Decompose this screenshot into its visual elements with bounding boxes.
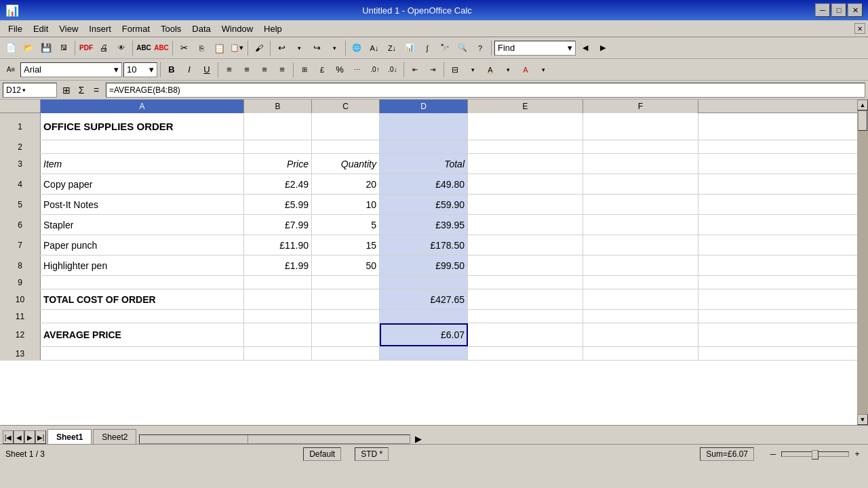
merge-button[interactable]: ⊞ bbox=[296, 62, 313, 78]
redo-button[interactable]: ↪ bbox=[309, 40, 325, 56]
menu-data[interactable]: Data bbox=[186, 20, 216, 37]
vertical-scrollbar[interactable]: ▲ ▼ bbox=[857, 100, 868, 425]
col-header-c[interactable]: C bbox=[312, 100, 380, 113]
cell-reference-box[interactable]: D12 ▾ bbox=[3, 83, 57, 98]
format-number-button[interactable]: ⋯ bbox=[349, 62, 366, 78]
undo-button[interactable]: ↩ bbox=[273, 40, 290, 56]
cell-b10[interactable] bbox=[244, 289, 312, 309]
cell-c4[interactable]: 20 bbox=[312, 174, 380, 194]
cell-d2[interactable] bbox=[380, 140, 468, 153]
cell-c13[interactable] bbox=[312, 347, 380, 360]
font-color-button[interactable]: A bbox=[517, 62, 534, 78]
cell-f11[interactable] bbox=[583, 310, 698, 323]
row-num-13[interactable]: 13 bbox=[0, 347, 41, 360]
close-button[interactable]: ✕ bbox=[848, 3, 863, 17]
row-num-4[interactable]: 4 bbox=[0, 174, 41, 194]
formula-input[interactable]: =AVERAGE(B4:B8) bbox=[106, 83, 865, 98]
cut-button[interactable]: ✂ bbox=[176, 40, 192, 56]
cell-b12[interactable] bbox=[244, 323, 312, 346]
cell-a7[interactable]: Paper punch bbox=[41, 235, 244, 255]
cell-e7[interactable] bbox=[468, 235, 583, 255]
cell-f10[interactable] bbox=[583, 289, 698, 309]
styles-icon[interactable]: A≡ bbox=[3, 62, 19, 78]
sort-asc-button[interactable]: A↓ bbox=[366, 40, 382, 56]
cell-e2[interactable] bbox=[468, 140, 583, 153]
indent-less-button[interactable]: ⇤ bbox=[407, 62, 423, 78]
cell-b4[interactable]: £2.49 bbox=[244, 174, 312, 194]
autocorrect-button[interactable]: ABC bbox=[153, 40, 170, 56]
menu-window[interactable]: Window bbox=[216, 20, 258, 37]
cell-d10[interactable]: £427.65 bbox=[380, 289, 468, 309]
bold-button[interactable]: B bbox=[163, 62, 180, 78]
redo-list-button[interactable]: ▾ bbox=[326, 40, 342, 56]
row-num-7[interactable]: 7 bbox=[0, 235, 41, 255]
cell-a11[interactable] bbox=[41, 310, 244, 323]
menu-view[interactable]: View bbox=[54, 20, 83, 37]
undo-list-button[interactable]: ▾ bbox=[291, 40, 307, 56]
cell-d13[interactable] bbox=[380, 347, 468, 360]
cell-b8[interactable]: £1.99 bbox=[244, 256, 312, 275]
col-header-d[interactable]: D bbox=[380, 100, 468, 113]
cell-a3[interactable]: Item bbox=[41, 154, 244, 174]
cell-b13[interactable] bbox=[244, 347, 312, 360]
cell-d9[interactable] bbox=[380, 276, 468, 289]
save-button[interactable]: 💾 bbox=[38, 40, 54, 56]
cell-f3[interactable] bbox=[583, 154, 698, 174]
cell-c11[interactable] bbox=[312, 310, 380, 323]
cell-c10[interactable] bbox=[312, 289, 380, 309]
font-color-dropdown[interactable]: ▾ bbox=[535, 62, 551, 78]
cell-d11[interactable] bbox=[380, 310, 468, 323]
borders-button[interactable]: ⊟ bbox=[447, 62, 463, 78]
cell-a12[interactable]: AVERAGE PRICE bbox=[41, 323, 244, 346]
cell-e6[interactable] bbox=[468, 215, 583, 235]
preview-button[interactable]: 👁 bbox=[113, 40, 130, 56]
underline-button[interactable]: U bbox=[199, 62, 215, 78]
cell-a6[interactable]: Stapler bbox=[41, 215, 244, 235]
align-left-button[interactable]: ≡ bbox=[221, 62, 237, 78]
menu-format[interactable]: Format bbox=[117, 20, 155, 37]
find-prev-button[interactable]: ◀ bbox=[577, 40, 593, 56]
row-num-9[interactable]: 9 bbox=[0, 276, 41, 289]
cell-c5[interactable]: 10 bbox=[312, 195, 380, 214]
paint-format-button[interactable]: 🖌 bbox=[251, 40, 267, 56]
cell-b11[interactable] bbox=[244, 310, 312, 323]
tab-next-button[interactable]: ▶ bbox=[24, 430, 35, 444]
cell-a8[interactable]: Highlighter pen bbox=[41, 256, 244, 275]
cell-b2[interactable] bbox=[244, 140, 312, 153]
menu-insert[interactable]: Insert bbox=[83, 20, 117, 37]
open-button[interactable]: 📂 bbox=[20, 40, 37, 56]
cell-d4[interactable]: £49.80 bbox=[380, 174, 468, 194]
formula-button[interactable]: ∫ bbox=[419, 40, 435, 56]
copy-button[interactable]: ⎘ bbox=[193, 40, 210, 56]
print-button[interactable]: 🖨 bbox=[96, 40, 112, 56]
zoom-out-button[interactable]: ─ bbox=[768, 449, 778, 460]
col-header-f[interactable]: F bbox=[583, 100, 698, 113]
cell-e3[interactable] bbox=[468, 154, 583, 174]
maximize-button[interactable]: □ bbox=[831, 3, 846, 17]
cell-c1[interactable] bbox=[312, 113, 380, 140]
cell-e13[interactable] bbox=[468, 347, 583, 360]
zoom-thumb[interactable] bbox=[812, 450, 818, 460]
cell-d6[interactable]: £39.95 bbox=[380, 215, 468, 235]
zoom-button[interactable]: 🔍 bbox=[454, 40, 471, 56]
row-num-3[interactable]: 3 bbox=[0, 154, 41, 174]
cell-b1[interactable] bbox=[244, 113, 312, 140]
currency-button[interactable]: £ bbox=[314, 62, 330, 78]
indent-more-button[interactable]: ⇥ bbox=[425, 62, 441, 78]
col-header-b[interactable]: B bbox=[244, 100, 312, 113]
find-combo[interactable]: Find ▾ bbox=[494, 41, 576, 56]
cell-a4[interactable]: Copy paper bbox=[41, 174, 244, 194]
cell-b7[interactable]: £11.90 bbox=[244, 235, 312, 255]
cell-e10[interactable] bbox=[468, 289, 583, 309]
decimal-remove-button[interactable]: .0↓ bbox=[384, 62, 401, 78]
cell-ref-dropdown[interactable]: ▾ bbox=[22, 87, 26, 94]
cell-f12[interactable] bbox=[583, 323, 698, 346]
function-wizard-icon[interactable]: ⊞ bbox=[60, 83, 73, 97]
paste-button[interactable]: 📋 bbox=[211, 40, 227, 56]
pdf-button[interactable]: PDF bbox=[78, 40, 94, 56]
tab-prev-button[interactable]: ◀ bbox=[14, 430, 24, 444]
cell-f8[interactable] bbox=[583, 256, 698, 275]
row-num-6[interactable]: 6 bbox=[0, 215, 41, 235]
cell-f5[interactable] bbox=[583, 195, 698, 214]
align-justify-button[interactable]: ≡ bbox=[274, 62, 290, 78]
